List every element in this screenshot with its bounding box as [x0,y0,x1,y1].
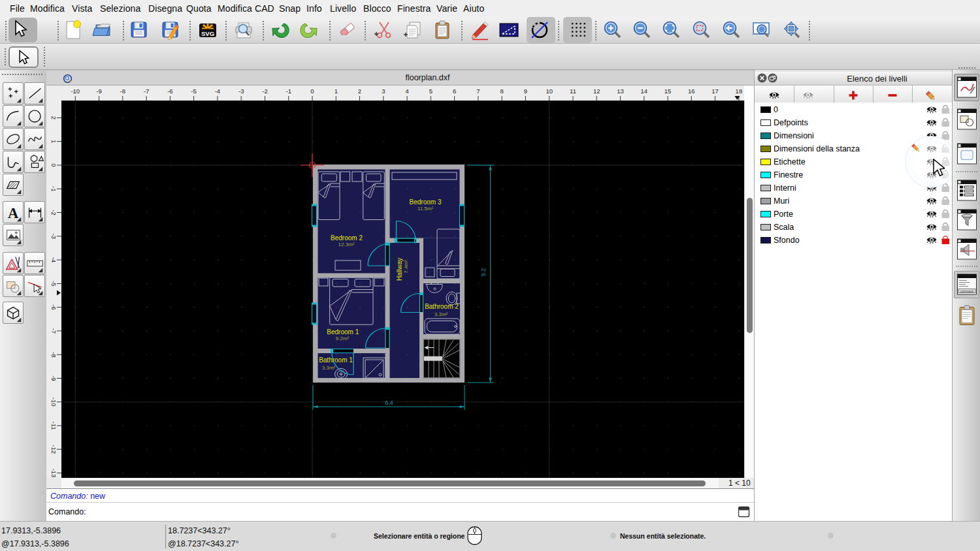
svg-text:15: 15 [664,87,672,95]
svg-text:1: 1 [50,140,57,143]
svg-text:-8: -8 [50,352,57,357]
svg-text:3.3m²: 3.3m² [434,311,448,317]
svg-text:A: A [8,205,19,221]
svg-text:-9: -9 [50,375,57,381]
svg-text:-7: -7 [50,328,57,334]
svg-text:5: 5 [429,87,433,95]
svg-text:16: 16 [688,87,695,95]
svg-text:9: 9 [524,87,527,95]
svg-text:13: 13 [617,87,624,95]
svg-text:Bathroom 1: Bathroom 1 [319,356,353,364]
svg-text:command: command [960,290,973,293]
svg-text:11.5m²: 11.5m² [417,206,434,212]
svg-text:10: 10 [546,87,553,95]
svg-text:-12: -12 [50,445,57,454]
svg-text:-2: -2 [50,210,57,215]
svg-text:-10: -10 [71,87,80,95]
svg-text:Bedroom 1: Bedroom 1 [327,328,359,336]
svg-text:-6: -6 [167,87,172,95]
svg-text:-7: -7 [144,87,149,95]
svg-text:3: 3 [382,87,385,95]
svg-text:-5: -5 [50,281,57,286]
svg-text:4: 4 [405,87,408,95]
svg-text:Hallway: Hallway [396,258,403,281]
svg-text:12: 12 [593,87,600,95]
svg-text:-3: -3 [50,234,57,239]
svg-text:3.3m²: 3.3m² [322,365,336,371]
svg-text:-3: -3 [238,87,244,95]
svg-text:SVG: SVG [201,30,214,37]
svg-text:-1: -1 [50,186,57,191]
svg-text:9.2: 9.2 [480,268,487,277]
svg-text:9.2m²: 9.2m² [336,336,350,341]
svg-text:11: 11 [570,87,576,95]
svg-text:-5: -5 [191,87,196,95]
svg-text:6: 6 [453,87,456,95]
svg-text:-13: -13 [50,469,57,478]
svg-text:7.4m²: 7.4m² [403,260,409,274]
svg-text:-2: -2 [262,87,267,95]
svg-text:7: 7 [476,87,480,95]
svg-text:-9: -9 [96,87,101,95]
svg-text:2: 2 [50,116,57,119]
svg-text:0: 0 [50,163,57,166]
svg-text:-10: -10 [50,398,57,407]
svg-text:-4: -4 [215,87,220,95]
svg-text:-6: -6 [50,304,57,309]
svg-text:1: 1 [335,87,338,95]
svg-text:-11: -11 [50,421,57,430]
svg-text:-1: -1 [286,87,291,95]
svg-text:0: 0 [310,87,314,95]
svg-text:-8: -8 [120,87,125,95]
svg-text:17: 17 [711,87,719,95]
svg-text:14: 14 [641,87,648,95]
svg-text:12.3m²: 12.3m² [338,242,355,247]
svg-text:2: 2 [358,87,361,95]
svg-text:6.4: 6.4 [385,400,393,406]
svg-text:18: 18 [736,87,743,95]
svg-text:-4: -4 [50,257,57,262]
svg-text:Bedroom 3: Bedroom 3 [410,198,442,206]
svg-text:Bathroom 2: Bathroom 2 [425,303,459,310]
svg-text:8: 8 [500,87,504,95]
svg-text:Bedroom 2: Bedroom 2 [331,234,363,242]
